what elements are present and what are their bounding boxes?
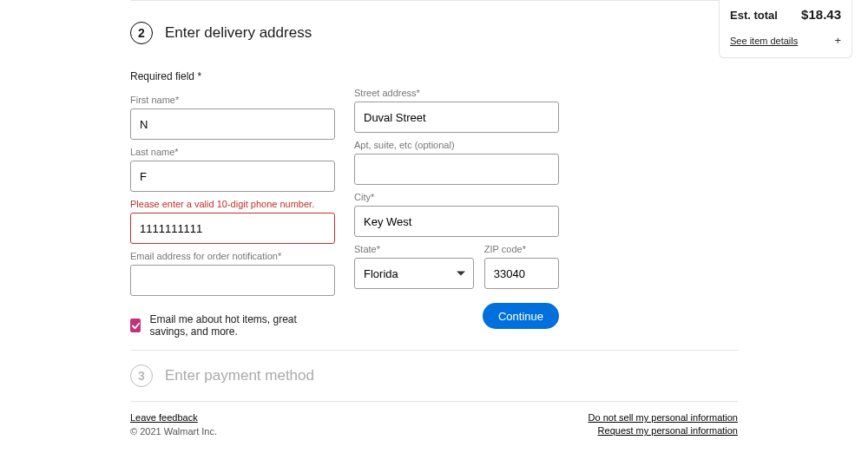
- phone-error-label: Please enter a valid 10-digit phone numb…: [130, 199, 335, 209]
- email-label: Email address for order notification*: [130, 251, 335, 261]
- copyright: © 2021 Walmart Inc.: [130, 426, 217, 437]
- do-not-sell-link[interactable]: Do not sell my personal information: [589, 412, 738, 423]
- apt-label: Apt, suite, etc (optional): [354, 140, 559, 150]
- phone-input[interactable]: [130, 213, 335, 244]
- state-select[interactable]: Florida: [354, 258, 474, 289]
- leave-feedback-link[interactable]: Leave feedback: [130, 412, 198, 423]
- step3-number: 3: [138, 369, 145, 383]
- required-note: Required field *: [130, 70, 738, 82]
- request-info-link[interactable]: Request my personal information: [589, 425, 738, 436]
- city-label: City*: [354, 192, 559, 202]
- zip-input[interactable]: [484, 258, 559, 289]
- email-input[interactable]: [130, 265, 335, 296]
- first-name-input[interactable]: [130, 108, 335, 140]
- zip-label: ZIP code*: [484, 244, 559, 254]
- street-input[interactable]: [354, 102, 559, 133]
- email-optin-label: Email me about hot items, great savings,…: [149, 313, 335, 338]
- step3-circle: 3: [130, 365, 153, 387]
- order-summary-card: Est. total $18.43 See item details +: [719, 0, 852, 58]
- step2-circle: 2: [130, 22, 153, 44]
- city-input[interactable]: [354, 206, 559, 237]
- email-optin-checkbox[interactable]: [130, 319, 141, 332]
- first-name-label: First name*: [130, 95, 335, 105]
- step3-header: 3 Enter payment method: [130, 351, 738, 396]
- continue-button[interactable]: Continue: [483, 303, 559, 329]
- step3-title: Enter payment method: [165, 367, 314, 384]
- see-item-details-link[interactable]: See item details: [730, 36, 798, 46]
- last-name-input[interactable]: [130, 161, 335, 192]
- checkmark-icon: [131, 321, 141, 331]
- step2-header: 2 Enter delivery address: [130, 1, 738, 55]
- footer: Leave feedback © 2021 Walmart Inc. Do no…: [130, 401, 738, 438]
- apt-input[interactable]: [354, 154, 559, 185]
- state-label: State*: [354, 244, 474, 254]
- email-optin-row[interactable]: Email me about hot items, great savings,…: [130, 313, 335, 338]
- plus-icon[interactable]: +: [834, 34, 841, 47]
- step2-number: 2: [138, 26, 145, 40]
- street-label: Street address*: [354, 88, 559, 98]
- step2-title: Enter delivery address: [165, 24, 312, 42]
- last-name-label: Last name*: [130, 147, 335, 157]
- est-total-value: $18.43: [801, 7, 841, 22]
